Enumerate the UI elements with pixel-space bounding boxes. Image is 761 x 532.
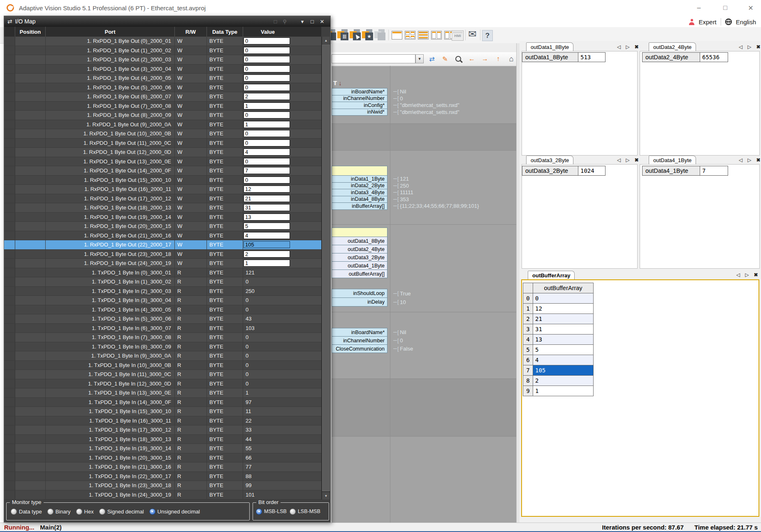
io-map-row[interactable]: 1. RxPDO_1 Byte Out (4)_2000_05WBYTE [4,74,321,83]
prev-icon[interactable]: ◁ [739,157,742,163]
radio-msb-lsb[interactable]: MSB-LSB [256,509,287,515]
value-input[interactable] [244,186,290,193]
io-map-row[interactable]: 1. TxPDO_1 Byte In (8)_3000_09RBYTE0 [4,342,321,352]
tab-outdata4[interactable]: outData4_1Byte [649,156,696,164]
value-input[interactable] [244,232,290,239]
io-map-row[interactable]: 1. RxPDO_1 Byte Out (10)_2000_0BWBYTE [4,129,321,139]
window-maximize-icon[interactable]: □ [307,19,317,25]
value-input[interactable] [244,204,290,211]
port-label-cell[interactable]: inDelay [332,297,387,307]
value-input[interactable] [244,223,290,230]
io-map-row[interactable]: 1. TxPDO_1 Byte In (0)_3000_01RBYTE121 [4,268,321,278]
minimize-button[interactable]: – [693,4,705,12]
port-label-cell[interactable]: inData1_1Byte [332,175,387,183]
buffer-row[interactable]: 112 [523,304,594,314]
expert-label[interactable]: Expert [698,19,716,26]
port-label-cell[interactable]: outBufferArray[] [332,269,387,278]
tab-outbufferarray[interactable]: outBufferArray [528,271,575,279]
next-icon[interactable]: ▷ [626,44,629,50]
close-icon[interactable]: ✖ [634,44,638,50]
close-icon[interactable]: ✖ [756,157,760,163]
buffer-row[interactable]: 91 [523,386,594,396]
value-input[interactable] [244,37,290,44]
port-label-cell[interactable]: inChannelNumber [332,95,387,102]
buffer-value-cell[interactable]: 105 [533,365,594,376]
preview-value[interactable]: 7 [700,166,728,176]
radio-unsigned-decimal[interactable]: Unsigned decimal [149,509,200,515]
buffer-value-cell[interactable]: 0 [533,293,594,304]
value-input[interactable] [244,158,290,165]
macrofilter-header-cell[interactable] [332,228,387,237]
buffer-value-cell[interactable]: 12 [533,303,594,314]
io-map-row[interactable]: 1. TxPDO_1 Byte In (22)_3000_17RBYTE88 [4,472,321,481]
port-label-cell[interactable]: inNwid* [332,109,387,116]
value-input[interactable] [244,65,290,72]
layout-single-icon[interactable] [392,31,402,39]
value-input[interactable] [244,56,290,63]
io-map-row[interactable]: 1. TxPDO_1 Byte In (10)_3000_0BRBYTE0 [4,361,321,370]
nav-back-icon[interactable]: ← [466,54,478,64]
value-input[interactable] [244,177,290,184]
io-map-row[interactable]: 1. RxPDO_1 Byte Out (3)_2000_04WBYTE [4,65,321,74]
column-header[interactable]: Position [15,27,46,37]
io-map-row[interactable]: 1. RxPDO_1 Byte Out (13)_2000_0EWBYTE [4,157,321,167]
value-input[interactable] [244,241,290,248]
value-input[interactable] [244,139,290,146]
prev-icon[interactable]: ◁ [739,44,742,50]
io-map-row[interactable]: 1. TxPDO_1 Byte In (19)_3000_14RBYTE55 [4,444,321,453]
radio-binary[interactable]: Binary [47,509,71,515]
data-previews-icon[interactable]: ||| [337,29,349,41]
edit-icon[interactable]: ✎ [439,54,451,64]
close-icon[interactable]: ✖ [754,272,758,278]
macrofilter-header-cell[interactable] [332,166,387,176]
io-map-row[interactable]: 1. RxPDO_1 Byte Out (18)_2000_13WBYTE [4,203,321,213]
mail-icon[interactable]: ✉ [468,28,480,40]
buffer-row[interactable]: 00 [523,293,594,304]
value-input[interactable] [244,195,290,202]
help-icon[interactable]: ? [482,30,493,41]
window-menu-icon[interactable]: ▾ [297,19,307,25]
value-input[interactable] [244,84,290,91]
scrollbar-thumb[interactable] [322,44,330,491]
column-header[interactable]: Port [46,27,175,37]
port-label-cell[interactable]: inBoardName* [332,88,387,95]
combo-dropdown-icon[interactable]: ▼ [415,54,424,63]
port-label-cell[interactable]: inData2_2Byte [332,182,387,190]
next-icon[interactable]: ▷ [747,44,751,50]
value-input[interactable] [244,167,290,174]
window-close-icon[interactable]: ✕ [317,19,327,25]
tab-outdata1[interactable]: outData1_8Byte [526,42,573,51]
io-map-row[interactable]: 1. TxPDO_1 Byte In (6)_3000_07RBYTE103 [4,324,321,333]
io-map-row[interactable]: 1. RxPDO_1 Byte Out (12)_2000_0DWBYTE [4,148,321,157]
io-map-row[interactable]: 1. RxPDO_1 Byte Out (11)_2000_0CWBYTE [4,139,321,148]
cursor-tool-icon[interactable] [350,29,361,41]
io-map-row[interactable]: 1. RxPDO_1 Byte Out (8)_2000_09WBYTE [4,111,321,120]
close-icon[interactable]: ✖ [756,44,760,50]
prev-icon[interactable]: ◁ [617,44,621,50]
buffer-value-cell[interactable]: 21 [533,314,594,324]
buffer-value-cell[interactable]: 5 [533,344,594,355]
close-button[interactable]: ✕ [745,4,757,12]
io-map-titlebar[interactable]: ⇄ I/O Map □ ⚲ ▾ □ ✕ [4,16,330,27]
io-map-row[interactable]: 1. TxPDO_1 Byte In (13)_3000_0ERBYTE1 [4,388,321,398]
io-map-row[interactable]: 1. TxPDO_1 Byte In (21)_3000_16RBYTE77 [4,462,321,472]
next-icon[interactable]: ▷ [747,157,751,163]
next-icon[interactable]: ▷ [745,272,749,278]
column-header[interactable]: R/W [175,27,207,37]
buffer-value-cell[interactable]: 31 [533,324,594,335]
value-input[interactable] [244,130,290,137]
io-map-row[interactable]: 1. TxPDO_1 Byte In (4)_3000_05RBYTE0 [4,305,321,315]
io-map-row[interactable]: 1. RxPDO_1 Byte Out (5)_2000_06WBYTE [4,83,321,93]
io-map-row[interactable]: 1. TxPDO_1 Byte In (15)_3000_10RBYTE11 [4,407,321,416]
io-map-row[interactable]: 1. RxPDO_1 Byte Out (21)_2000_16WBYTE [4,231,321,241]
port-label-cell[interactable]: inBoardName* [332,328,387,337]
buffer-row[interactable]: 7105 [523,365,594,376]
io-map-row[interactable]: 1. RxPDO_1 Byte Out (7)_2000_08WBYTE [4,102,321,111]
favorites-icon[interactable]: ★ [362,29,374,41]
buffer-row[interactable]: 55 [523,345,594,355]
prev-icon[interactable]: ◁ [736,272,740,278]
io-map-row[interactable]: 1. TxPDO_1 Byte In (3)_3000_04RBYTE0 [4,296,321,305]
buffer-row[interactable]: 82 [523,376,594,386]
next-icon[interactable]: ▷ [626,157,629,163]
value-input[interactable] [244,47,290,54]
